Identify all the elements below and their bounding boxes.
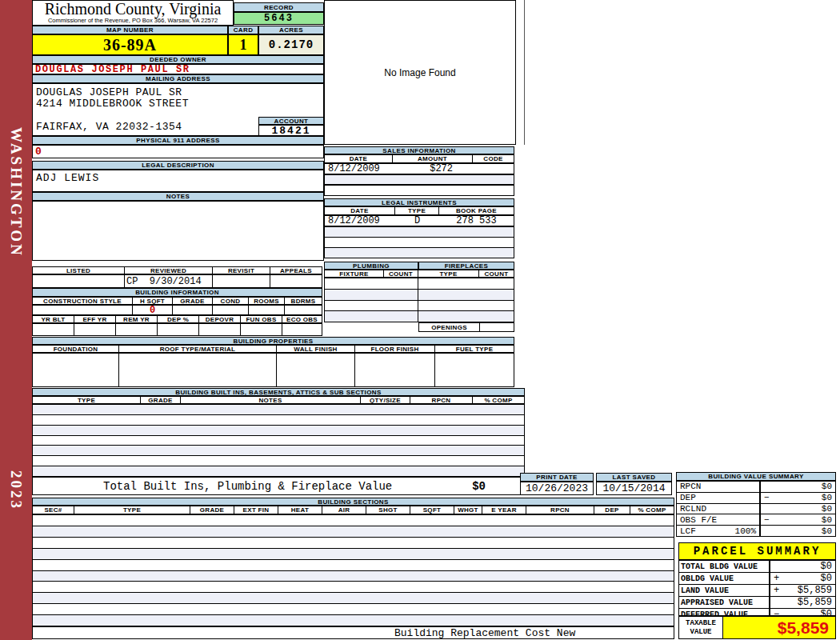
empty-row: [33, 571, 674, 582]
col-ext-fin: EXT FIN: [234, 506, 278, 514]
last-saved-header: LAST SAVED: [596, 473, 672, 482]
card-header: CARD: [228, 26, 258, 34]
bvs-row: RPCN $0: [677, 482, 835, 493]
acres-value: 0.2170: [258, 34, 324, 55]
frame-divider-line: [524, 0, 525, 145]
legal-instruments-column-headers: DATE TYPE BOOK PAGE: [324, 206, 514, 215]
col-sqft: SQFT: [410, 506, 454, 514]
bvs-label: DEP: [680, 493, 696, 502]
construction-style-value: [33, 306, 133, 314]
legal-instrument-row: 8/12/2009 D 278 533: [324, 215, 514, 226]
floor-finish-value: [355, 354, 435, 386]
parcel-summary-header: PARCEL SUMMARY: [678, 542, 836, 560]
card-value: 1: [228, 34, 258, 55]
building-info-values-1: 0: [32, 305, 322, 315]
fireplaces-col-type: TYPE: [418, 270, 479, 277]
print-date-header: PRINT DATE: [520, 473, 594, 482]
parcel-label: LAND VALUE: [679, 585, 769, 596]
li-col-bookpage: BOOK PAGE: [439, 207, 514, 214]
col-shgt: SHGT: [366, 506, 410, 514]
parcel-row: TOTAL BLDG VALUE $0: [679, 561, 835, 573]
parcel-summary-table: TOTAL BLDG VALUE $0 OBLDG VALUE +$0 LAND…: [678, 560, 836, 616]
building-value-summary-table: RPCN $0 DEP −$0 RCLND $0 OBS F/E −$0 LCF…: [676, 481, 836, 537]
plumbing-header: PLUMBING: [324, 262, 418, 270]
sales-col-date: DATE: [325, 155, 393, 162]
empty-row: [33, 515, 674, 526]
col-whgt: WHGT: [454, 506, 482, 514]
empty-row: [33, 582, 674, 593]
building-info-column-headers-2: YR BLT EFF YR REM YR DEP % DEPOVR FUN OB…: [32, 315, 322, 323]
bvs-label: RCLND: [680, 504, 706, 514]
bvs-row: LCF100% $0: [677, 526, 835, 536]
empty-row: [325, 248, 514, 258]
built-ins-total-value: $0: [472, 480, 486, 493]
last-saved-value: 10/15/2014: [596, 482, 672, 495]
col-type: TYPE: [74, 506, 190, 514]
mailing-line-1: DOUGLAS JOSEPH PAUL SR: [36, 86, 182, 98]
review-column-headers: LISTED REVIEWED REVISIT APPEALS: [32, 266, 322, 274]
bvs-value: $0: [822, 515, 832, 525]
col-type: TYPE: [33, 397, 141, 403]
notes-box: [32, 201, 324, 261]
bvs-label: LCF: [680, 526, 696, 536]
li-date: 8/12/2009: [325, 215, 395, 226]
bvs-label: RPCN: [680, 482, 701, 491]
legal-instruments-empty-rows: [324, 226, 514, 258]
rooms-value: [249, 306, 285, 314]
review-values: CP 9/30/2014: [32, 274, 322, 288]
building-properties-column-headers: FOUNDATION ROOF TYPE/MATERIAL WALL FINIS…: [32, 345, 514, 353]
deeded-owner-value: DOUGLAS JOSEPH PAUL SR: [32, 64, 324, 74]
sidebar: WASHINGTON 2023: [0, 0, 32, 640]
building-value-summary-header: BUILDING VALUE SUMMARY: [676, 472, 836, 481]
deeded-owner-header: DEEDED OWNER: [32, 55, 324, 64]
col-depovr: DEPOVR: [199, 316, 241, 322]
parcel-label: TOTAL BLDG VALUE: [679, 561, 769, 572]
empty-row: [33, 604, 674, 615]
parcel-row: APPRAISED VALUE $5,859: [679, 597, 835, 609]
col-sec: SEC#: [33, 506, 74, 514]
col-air: AIR: [322, 506, 366, 514]
grade-value: [173, 306, 213, 314]
parcel-label: APPRAISED VALUE: [679, 597, 769, 608]
col-construction-style: CONSTRUCTION STYLE: [33, 298, 133, 304]
col-yr-blt: YR BLT: [33, 316, 74, 322]
foundation-value: [33, 354, 119, 386]
col-bdrms: BDRMS: [285, 298, 322, 304]
bvs-op: −: [764, 493, 770, 502]
empty-row: [325, 278, 514, 290]
plumbing-col-fixture: FIXTURE: [325, 270, 384, 277]
li-col-type: TYPE: [395, 207, 439, 214]
physical-address-value: 0: [32, 145, 324, 158]
acres-header: ACRES: [258, 26, 324, 34]
bvs-op: −: [764, 515, 770, 525]
parcel-value: $0: [821, 573, 832, 584]
mailing-line-3: FAIRFAX, VA 22032-1354: [36, 121, 182, 133]
empty-row: [33, 436, 524, 446]
col-h-sqft: H SQFT: [133, 298, 173, 304]
col-grade: GRADE: [190, 506, 234, 514]
sales-empty-row: [324, 174, 514, 185]
parcel-value: $0: [821, 561, 832, 572]
notes-header: NOTES: [32, 192, 324, 201]
replacement-cost-note: Building Replacement Cost New: [33, 627, 575, 639]
plumbing-col-count: COUNT: [384, 270, 418, 277]
col-fuel-type: FUEL TYPE: [435, 346, 514, 352]
listed-value: [33, 275, 125, 287]
record-value: 5643: [234, 12, 324, 25]
openings-value: [480, 323, 514, 331]
tax-year-label: 2023: [0, 462, 32, 518]
mailing-address-header: MAILING ADDRESS: [32, 74, 324, 83]
sales-col-amount: AMOUNT: [393, 155, 473, 162]
empty-row: [33, 426, 524, 436]
county-header: Richmond County, Virginia Commissioner o…: [32, 0, 234, 26]
plumbing-fireplaces-column-headers: FIXTURE COUNT TYPE COUNT: [324, 270, 514, 278]
property-image-panel: No Image Found: [324, 0, 516, 145]
reviewed-value: CP 9/30/2014: [125, 275, 213, 287]
bvs-value: $0: [822, 482, 832, 491]
parcel-label: OBLDG VALUE: [679, 573, 769, 584]
sales-col-code: CODE: [473, 155, 514, 162]
empty-row: [33, 615, 674, 626]
print-date-value: 10/26/2023: [520, 482, 594, 495]
sale-amount: $272: [393, 163, 473, 174]
li-bookpage: 278 533: [439, 215, 514, 226]
